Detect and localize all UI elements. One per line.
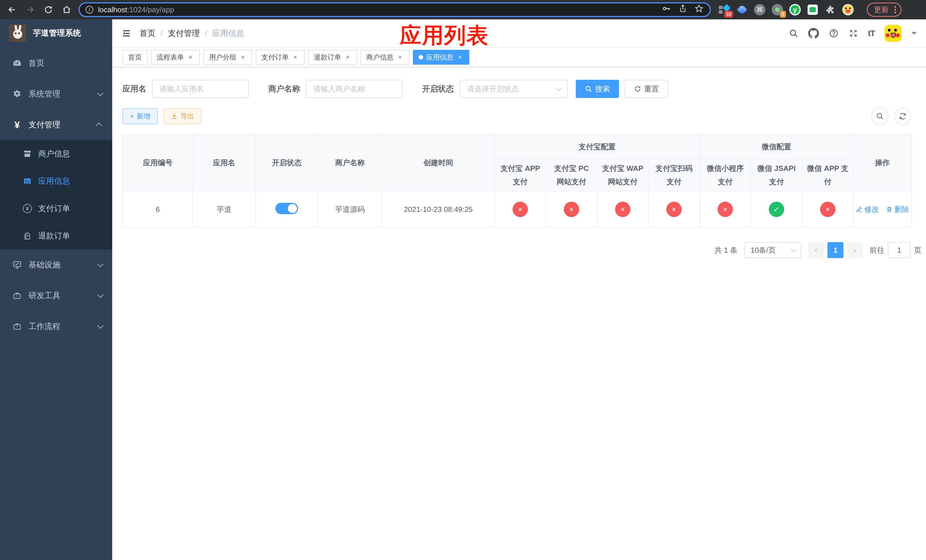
back-icon[interactable] (5, 2, 20, 17)
cell-enabled (256, 191, 318, 228)
add-button[interactable]: + 新增 (123, 108, 158, 124)
page-number-1[interactable]: 1 (828, 242, 843, 258)
page-size-select[interactable]: 10条/页 (744, 242, 801, 258)
edit-link[interactable]: 修改 (856, 204, 879, 215)
yen-circle-icon: ¥ (21, 204, 33, 213)
app-logo[interactable]: 芋道管理系统 (0, 20, 112, 47)
profile-avatar-icon[interactable] (842, 4, 854, 15)
group-header-alipay: 支付宝配置 (495, 134, 700, 159)
merchant-name-input[interactable]: 请输入商户名称 (306, 80, 402, 98)
tab-refund-order[interactable]: 退款订单× (308, 50, 357, 65)
extension-y-icon[interactable]: y (789, 4, 801, 15)
tab-app-info[interactable]: 应用信息× (413, 50, 469, 65)
forward-icon[interactable] (23, 2, 38, 17)
extensions-puzzle-icon[interactable] (825, 4, 836, 15)
fullscreen-icon[interactable] (849, 29, 858, 38)
extension-balloon-icon[interactable] (736, 4, 748, 15)
chevron-down-icon (97, 90, 104, 97)
close-icon[interactable]: × (187, 53, 194, 61)
site-info-icon[interactable]: i (85, 6, 94, 14)
col-header-alipay-qr: 支付宝扫码支付 (648, 159, 700, 191)
sidebar-item-label: 工作流程 (29, 321, 97, 332)
search-button[interactable]: 搜索 (576, 80, 619, 98)
extension-recorder-icon[interactable]: 1 (772, 4, 783, 15)
sidebar-item-system[interactable]: 系统管理 (0, 79, 112, 109)
enabled-toggle[interactable] (275, 203, 298, 214)
status-check-icon: ✓ (769, 202, 784, 217)
delete-link[interactable]: 删除 (886, 204, 909, 215)
chevron-down-icon (791, 247, 797, 252)
share-icon[interactable] (678, 4, 687, 15)
gear-icon (10, 89, 24, 99)
chevron-down-icon (97, 261, 104, 268)
sidebar-subitem-pay-order[interactable]: ¥ 支付订单 (0, 195, 112, 222)
password-key-icon[interactable] (661, 3, 672, 16)
col-header-wx-app: 微信 APP 支付 (802, 159, 853, 191)
breadcrumb-home[interactable]: 首页 (139, 28, 156, 39)
reload-icon[interactable] (41, 2, 56, 17)
sidebar-item-infra[interactable]: 基础设施 (0, 250, 112, 280)
tab-process-form[interactable]: 流程表单× (151, 50, 200, 65)
refresh-button[interactable] (894, 107, 911, 125)
home-icon[interactable] (59, 2, 74, 17)
font-size-icon[interactable]: tT (868, 29, 875, 38)
cell-merchant: 芋道源码 (318, 191, 382, 228)
sidebar-item-home[interactable]: 首页 (0, 48, 112, 79)
extension-chat-icon[interactable] (807, 4, 819, 15)
user-avatar[interactable] (884, 25, 902, 42)
status-select[interactable]: 请选择开启状态 (460, 80, 568, 98)
sidebar-subitem-app[interactable]: 应用信息 (0, 168, 112, 195)
browser-toolbar: i localhost:1024/pay/app 10 (0, 0, 926, 20)
sidebar-item-label: 系统管理 (29, 89, 97, 100)
address-bar[interactable]: i localhost:1024/pay/app (79, 2, 711, 17)
close-icon[interactable]: × (456, 53, 464, 61)
goto-page-input[interactable] (888, 242, 911, 258)
col-header-created: 创建时间 (382, 134, 495, 191)
breadcrumb: 首页 / 支付管理 / 应用信息 (139, 28, 244, 39)
app-name-input[interactable]: 请输入应用名 (152, 80, 249, 98)
bookmark-star-icon[interactable] (694, 4, 704, 16)
url-path: :1024/pay/app (127, 5, 174, 14)
help-icon[interactable] (829, 28, 839, 38)
sidebar-item-label: 基础设施 (29, 259, 97, 270)
close-icon[interactable]: × (344, 53, 351, 61)
sidebar-subitem-merchant[interactable]: 商户信息 (0, 140, 112, 168)
export-button[interactable]: 导出 (163, 108, 201, 124)
show-search-toggle-button[interactable] (872, 107, 888, 125)
sidebar-collapse-icon[interactable] (121, 28, 132, 38)
status-cross-icon: × (564, 202, 579, 217)
col-header-alipay-wap: 支付宝 WAP 网站支付 (597, 159, 648, 191)
sidebar-item-label: 首页 (29, 58, 105, 69)
reset-button[interactable]: 重置 (625, 80, 668, 98)
url-host: localhost (98, 5, 127, 14)
extension-badge: 10 (725, 11, 733, 18)
github-icon[interactable] (808, 28, 819, 39)
breadcrumb-payment[interactable]: 支付管理 (168, 28, 200, 39)
extension-axure-icon[interactable]: 10 (719, 4, 730, 15)
next-page-button[interactable]: › (847, 242, 863, 258)
search-icon[interactable] (789, 29, 799, 38)
prev-page-button[interactable]: ‹ (808, 242, 824, 258)
close-icon[interactable]: × (239, 53, 247, 61)
goto-suffix-label: 页 (914, 245, 921, 255)
tab-user-group[interactable]: 用户分组× (203, 50, 252, 65)
tab-pay-order[interactable]: 支付订单× (256, 50, 305, 65)
sidebar-item-payment[interactable]: ¥ 支付管理 (0, 109, 112, 140)
tab-merchant-info[interactable]: 商户信息× (360, 50, 410, 65)
sidebar-subitem-refund-order[interactable]: 退款订单 (0, 222, 112, 250)
sidebar-item-workflow[interactable]: 工作流程 (0, 311, 112, 342)
browser-menu-icon[interactable] (893, 5, 897, 15)
active-tab-dot (419, 55, 423, 59)
table-toolbar: + 新增 导出 (123, 107, 926, 125)
chevron-down-icon (97, 292, 104, 298)
close-icon[interactable]: × (396, 53, 404, 61)
user-menu-caret-icon[interactable] (911, 32, 917, 38)
browser-update-button[interactable]: 更新 (867, 3, 902, 17)
pagination: 共 1 条 10条/页 ‹ 1 › 前往 页 (123, 242, 926, 258)
sidebar-item-devtools[interactable]: 研发工具 (0, 280, 112, 311)
extension-command-icon[interactable]: ⌘ (754, 4, 766, 15)
col-header-enabled: 开启状态 (256, 134, 318, 191)
close-icon[interactable]: × (292, 53, 299, 61)
chevron-down-icon (557, 85, 562, 91)
tab-home[interactable]: 首页 (123, 50, 147, 65)
